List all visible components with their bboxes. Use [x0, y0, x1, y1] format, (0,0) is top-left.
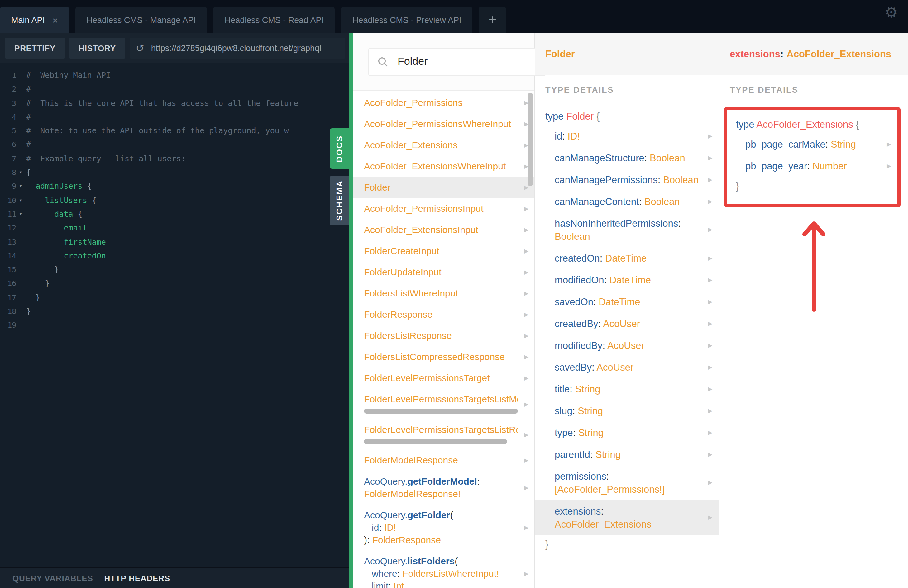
endpoint-url-input[interactable]: [150, 43, 339, 53]
settings-gear-icon[interactable]: ⚙: [885, 5, 898, 20]
doc-result-item[interactable]: FoldersListCompressedResponse▶: [353, 346, 534, 368]
type-field-row[interactable]: modifiedOn: DateTime▶: [535, 269, 718, 291]
doc-result-item[interactable]: FolderResponse▶: [353, 304, 534, 325]
type-field-row[interactable]: createdBy: AcoUser▶: [535, 313, 718, 334]
type-field-row[interactable]: savedBy: AcoUser▶: [535, 356, 718, 378]
fold-arrow-icon[interactable]: ▾: [16, 193, 25, 207]
type-field-row[interactable]: createdOn: DateTime▶: [535, 247, 718, 269]
fold-arrow-icon[interactable]: ▾: [16, 166, 25, 180]
new-tab-button[interactable]: +: [479, 7, 506, 33]
expand-arrow-icon: ▶: [524, 245, 528, 257]
docs-panel-divider[interactable]: [349, 33, 353, 588]
type-field-row[interactable]: parentId: String▶: [535, 443, 718, 465]
type-field-row[interactable]: type: String▶: [535, 422, 718, 443]
doc-result-item[interactable]: FolderUpdateInput▶: [353, 262, 534, 283]
api-tab[interactable]: Main API×: [0, 7, 69, 33]
docs-search-box: [368, 48, 546, 76]
results-vertical-scrollbar[interactable]: [528, 93, 533, 186]
field-name: parentId: [555, 449, 590, 460]
type-field-row[interactable]: permissions: [AcoFolder_Permissions!]▶: [535, 465, 718, 500]
fold-arrow-icon[interactable]: ▾: [16, 180, 25, 194]
type-details-label: TYPE DETAILS: [719, 85, 908, 95]
reload-schema-icon[interactable]: ↺: [136, 42, 144, 54]
folder-panel-body: TYPE DETAILS type Folder { id: ID!▶canMa…: [535, 76, 718, 588]
code-text: }: [25, 277, 50, 291]
doc-result-item[interactable]: AcoFolder_ExtensionsWhereInput▶: [353, 156, 534, 177]
prettify-button[interactable]: PRETTIFY: [5, 38, 65, 58]
api-tab-label: Headless CMS - Preview API: [353, 15, 462, 25]
close-tab-icon[interactable]: ×: [52, 15, 58, 25]
query-editor[interactable]: 1# Webiny Main API2#3# This is the core …: [0, 63, 349, 567]
field-name: createdBy: [555, 318, 598, 329]
field-name: createdOn: [555, 253, 600, 263]
type-field-row[interactable]: canManagePermissions: Boolean▶: [535, 169, 718, 191]
fold-gutter: [16, 82, 25, 96]
type-field-row[interactable]: title: String▶: [535, 378, 718, 400]
expand-arrow-icon: ▶: [708, 273, 712, 286]
doc-result-item[interactable]: FolderCreateInput▶: [353, 241, 534, 262]
doc-result-item[interactable]: AcoFolder_Permissions▶: [353, 92, 534, 113]
doc-result-item[interactable]: FolderLevelPermissionsTarget▶: [353, 368, 534, 389]
doc-result-item[interactable]: FolderModelResponse▶: [353, 450, 534, 471]
expand-arrow-icon: ▶: [708, 476, 712, 489]
api-tab[interactable]: Headless CMS - Preview API: [341, 7, 473, 33]
doc-result-item[interactable]: AcoFolder_Extensions▶: [353, 135, 534, 156]
type-field-row[interactable]: pb_page_year: Number▶: [727, 155, 897, 177]
line-number: 13: [0, 235, 16, 249]
folder-type-panel: Folder TYPE DETAILS type Folder { id: ID…: [535, 33, 719, 588]
fold-arrow-icon[interactable]: ▾: [16, 207, 25, 222]
http-headers-tab[interactable]: HTTP HEADERS: [105, 574, 170, 583]
doc-result-item[interactable]: AcoFolder_ExtensionsInput▶: [353, 219, 534, 241]
api-tab[interactable]: Headless CMS - Manage API: [76, 7, 207, 33]
expand-arrow-icon: ▶: [708, 404, 712, 417]
doc-result-item[interactable]: FoldersListWhereInput▶: [353, 283, 534, 304]
doc-result-item[interactable]: FolderLevelPermissionsTargetsListMeta▶: [353, 389, 534, 419]
fold-gutter: [16, 249, 25, 263]
type-field-row[interactable]: pb_page_carMake: String▶: [727, 133, 897, 155]
query-variables-tab[interactable]: QUERY VARIABLES: [13, 574, 93, 583]
type-field-row[interactable]: slug: String▶: [535, 400, 718, 422]
field-name: canManageContent: [555, 196, 639, 207]
type-field-row[interactable]: modifiedBy: AcoUser▶: [535, 334, 718, 356]
type-field-row[interactable]: hasNonInheritedPermissions: Boolean▶: [535, 212, 718, 247]
horizontal-scrollbar[interactable]: [364, 409, 518, 414]
doc-result-item[interactable]: FoldersListResponse▶: [353, 325, 534, 346]
field-type: Boolean: [650, 153, 685, 163]
docs-search-input[interactable]: [396, 55, 536, 69]
red-annotation-arrow: [719, 217, 908, 312]
code-text: createdOn: [25, 249, 106, 263]
line-number: 2: [0, 82, 16, 96]
doc-result-item[interactable]: FolderLevelPermissionsTargetsListRespo▶: [353, 419, 534, 450]
doc-result-item[interactable]: AcoFolder_PermissionsInput▶: [353, 198, 534, 219]
editor-line: 11▾ data {: [0, 207, 349, 222]
type-keyword: type: [545, 111, 563, 122]
docs-search-column: AcoFolder_Permissions▶AcoFolder_Permissi…: [353, 33, 535, 588]
doc-result-item[interactable]: AcoQuery.getFolder( id: ID!): FolderResp…: [353, 504, 534, 551]
editor-pane: PRETTIFY HISTORY ↺ 1# Webiny Main API2#3…: [0, 33, 349, 588]
doc-result-item[interactable]: AcoQuery.getFolderModel:FolderModelRespo…: [353, 471, 534, 504]
type-field-row[interactable]: canManageContent: Boolean▶: [535, 191, 718, 212]
field-name: pb_page_carMake: [745, 139, 826, 149]
line-number: 16: [0, 277, 16, 291]
doc-result-item[interactable]: AcoFolder_PermissionsWhereInput▶: [353, 113, 534, 135]
api-tab[interactable]: Headless CMS - Read API: [213, 7, 335, 33]
extensions-panel-field: extensions: [730, 48, 780, 59]
schema-side-tab[interactable]: SCHEMA: [330, 176, 349, 225]
type-field-row[interactable]: extensions: AcoFolder_Extensions▶: [535, 500, 718, 535]
horizontal-scrollbar[interactable]: [364, 439, 507, 444]
docs-side-tab[interactable]: DOCS: [330, 128, 349, 169]
type-field-row[interactable]: canManageStructure: Boolean▶: [535, 147, 718, 169]
expand-arrow-icon: ▶: [524, 351, 528, 363]
field-type: ID!: [567, 131, 580, 141]
type-field-row[interactable]: id: ID!▶: [535, 125, 718, 147]
editor-line: 6#: [0, 138, 349, 152]
code-text: #: [25, 82, 31, 96]
history-button[interactable]: HISTORY: [69, 38, 125, 58]
line-number: 11: [0, 207, 16, 222]
editor-line: 12 email: [0, 222, 349, 235]
doc-result-item[interactable]: AcoQuery.listFolders( where: FoldersList…: [353, 551, 534, 588]
type-field-row[interactable]: savedOn: DateTime▶: [535, 291, 718, 313]
code-text: {: [25, 166, 31, 180]
doc-result-item[interactable]: Folder▶: [353, 177, 534, 198]
line-number: 5: [0, 124, 16, 138]
